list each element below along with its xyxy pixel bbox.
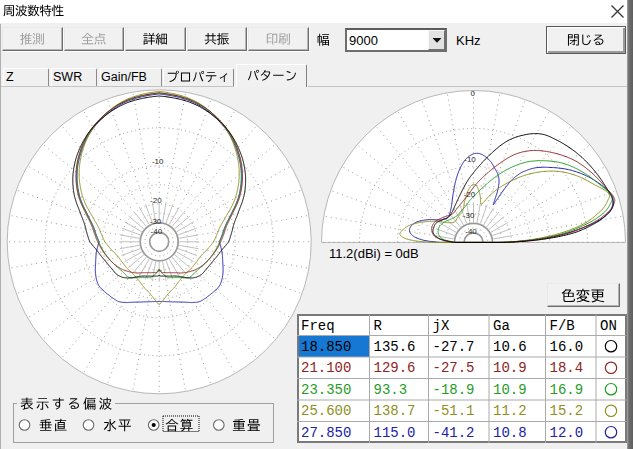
svg-text:16.0: 16.0 <box>550 339 584 355</box>
svg-text:10.6: 10.6 <box>493 339 527 355</box>
svg-text:Freq: Freq <box>301 318 335 334</box>
svg-text:-27.5: -27.5 <box>433 360 475 376</box>
svg-text:10.9: 10.9 <box>493 360 527 376</box>
svg-text:jX: jX <box>433 318 450 334</box>
svg-text:F/B: F/B <box>550 318 575 334</box>
svg-text:18.4: 18.4 <box>550 360 584 376</box>
svg-text:R: R <box>374 318 383 334</box>
svg-text:Ga: Ga <box>493 318 510 334</box>
svg-text:129.6: 129.6 <box>374 360 416 376</box>
svg-text:21.100: 21.100 <box>301 360 351 376</box>
svg-text:ON: ON <box>600 318 617 334</box>
svg-text:135.6: 135.6 <box>374 339 416 355</box>
svg-text:-27.7: -27.7 <box>433 339 475 355</box>
svg-text:18.850: 18.850 <box>301 339 351 355</box>
